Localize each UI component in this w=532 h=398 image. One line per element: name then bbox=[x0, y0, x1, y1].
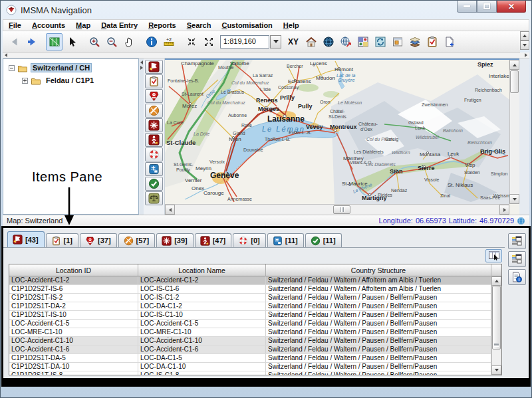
table-scroll-down-icon[interactable] bbox=[491, 365, 501, 375]
tab-completed[interactable]: [11] bbox=[305, 233, 342, 247]
tree-node[interactable]: Feldau / C1P1 bbox=[3, 74, 138, 86]
table-row[interactable]: C1P1D2S2T-IS-6LOC-IS-C1-6Switzerland / F… bbox=[9, 285, 491, 294]
items-list-button[interactable] bbox=[508, 251, 526, 267]
tab-victim[interactable]: [47] bbox=[195, 233, 232, 247]
info-button[interactable] bbox=[143, 33, 160, 50]
map-refresh-button[interactable] bbox=[372, 33, 388, 50]
table-row[interactable]: LOC-Accident-C1-10LOC-Accident-C1-10Swit… bbox=[9, 337, 491, 346]
menu-file[interactable]: File bbox=[3, 21, 27, 30]
column-header[interactable]: Country Structure bbox=[266, 264, 491, 276]
extent-in-button[interactable] bbox=[183, 33, 200, 50]
pointer-button[interactable] bbox=[63, 33, 80, 50]
tree-node-label[interactable]: Feldau / C1P1 bbox=[44, 76, 96, 85]
back-button[interactable] bbox=[6, 33, 23, 50]
zoom-out-button[interactable] bbox=[103, 33, 120, 50]
column-header[interactable]: Location ID bbox=[9, 264, 138, 276]
map-scroll-up-icon[interactable] bbox=[509, 60, 519, 70]
menu-reports[interactable]: Reports bbox=[143, 21, 182, 30]
extent-out-button[interactable] bbox=[200, 33, 217, 50]
table-vertical-scrollbar[interactable] bbox=[491, 276, 501, 375]
layers-button[interactable] bbox=[406, 33, 423, 50]
table-row[interactable]: C1P1D2S1T-DA-2LOC-DA-C1-2Switzerland / F… bbox=[9, 302, 491, 311]
lifebuoy-button[interactable] bbox=[145, 148, 163, 161]
table-row[interactable]: LOC-Accident-C1-6LOC-Accident-C1-6Switze… bbox=[9, 346, 491, 354]
map-select-button[interactable] bbox=[46, 33, 63, 50]
table-row[interactable]: C1P1D2S1T-DA-5LOC-DA-C1-5Switzerland / F… bbox=[9, 354, 491, 363]
table-row[interactable]: C1P1D2S1T-IS-10LOC-IS-C1-10Switzerland /… bbox=[9, 311, 491, 320]
completed-button[interactable] bbox=[145, 177, 163, 191]
minimize-button[interactable] bbox=[457, 1, 477, 13]
map-scroll-down-icon[interactable] bbox=[509, 194, 519, 204]
tab-hazard-reduction[interactable]: [57] bbox=[118, 233, 156, 247]
map-scroll-right-icon[interactable] bbox=[499, 205, 509, 215]
table-row[interactable]: C1P1D2S1T-DA-10LOC-DA-C1-10Switzerland /… bbox=[9, 363, 491, 371]
clipboard-button[interactable] bbox=[145, 74, 163, 88]
tree-plus-expander-icon[interactable] bbox=[22, 78, 28, 84]
globe-arrow-button[interactable] bbox=[337, 33, 354, 50]
hazard-reduction-button[interactable] bbox=[145, 104, 163, 118]
menu-accounts[interactable]: Accounts bbox=[27, 21, 70, 30]
column-chooser-button[interactable] bbox=[485, 249, 502, 262]
globe-button[interactable] bbox=[320, 33, 336, 50]
table-scroll-up-icon[interactable] bbox=[491, 276, 501, 286]
clipboard-check-button[interactable] bbox=[424, 33, 440, 50]
tree-node[interactable]: Switzerland / CH bbox=[3, 62, 138, 74]
items-list-button[interactable] bbox=[508, 233, 526, 249]
victim-button[interactable] bbox=[145, 133, 163, 147]
tab-explosion[interactable]: [39] bbox=[156, 233, 194, 247]
map-scale-value[interactable]: 1:819,160 bbox=[220, 35, 269, 49]
explosion-button[interactable] bbox=[145, 118, 163, 132]
menu-map[interactable]: Map bbox=[70, 21, 96, 30]
table-row[interactable]: C1P1D2S1T-IS-2LOC-IS-C1-2Switzerland / F… bbox=[9, 294, 491, 302]
map-scale-combo[interactable]: 1:819,160 bbox=[220, 35, 281, 49]
table-row[interactable]: LOC-Accident-C1-2LOC-Accident-C1-2Switze… bbox=[9, 276, 491, 285]
column-header[interactable]: Location Name bbox=[138, 264, 266, 276]
zoom-in-button[interactable] bbox=[86, 33, 102, 50]
tab-education[interactable]: [11] bbox=[267, 233, 304, 247]
measure-button[interactable]: +2 bbox=[160, 33, 177, 50]
scroll-down-icon[interactable] bbox=[520, 41, 529, 50]
maximize-button[interactable] bbox=[477, 1, 497, 13]
map-tiles-button[interactable] bbox=[354, 33, 371, 50]
split-divider[interactable] bbox=[139, 58, 144, 215]
map-vscroll-thumb[interactable] bbox=[510, 70, 519, 93]
menu-customisation[interactable]: Customisation bbox=[216, 21, 277, 30]
table-row[interactable]: LOC-Accident-C1-5LOC-Accident-C1-5Switze… bbox=[9, 320, 491, 328]
toolbar-scroll-strip[interactable] bbox=[3, 52, 529, 58]
expand-right-icon[interactable] bbox=[140, 66, 143, 70]
tab-lifebuoy[interactable]: [0] bbox=[233, 233, 265, 247]
menu-search[interactable]: Search bbox=[182, 21, 217, 30]
scroll-left-icon[interactable] bbox=[5, 53, 7, 57]
window-panel-button[interactable] bbox=[389, 33, 406, 50]
close-button[interactable]: ✕ bbox=[497, 1, 526, 13]
map-scale-dropdown-icon[interactable] bbox=[270, 35, 281, 49]
forward-button[interactable] bbox=[23, 33, 40, 50]
tab-accident[interactable]: [43] bbox=[7, 231, 45, 247]
doc-add-button[interactable] bbox=[441, 33, 458, 50]
tree-node-label[interactable]: Switzerland / CH bbox=[31, 63, 92, 72]
title-bar[interactable]: IMSMA Navigation ✕ bbox=[1, 1, 531, 19]
menu-help[interactable]: Help bbox=[278, 21, 305, 30]
collapse-left-icon[interactable] bbox=[140, 60, 143, 64]
table-row[interactable]: LOC-MRE-C1-10LOC-MRE-C1-10Switzerland / … bbox=[9, 328, 491, 337]
item-report-button[interactable]: i bbox=[508, 269, 526, 285]
map-vertical-scrollbar[interactable] bbox=[509, 60, 519, 204]
menu-data-entry[interactable]: Data Entry bbox=[96, 21, 143, 30]
education-button[interactable] bbox=[145, 162, 163, 176]
map-horizontal-scrollbar[interactable] bbox=[165, 204, 509, 215]
map-hscroll-thumb[interactable] bbox=[333, 205, 350, 214]
pan-button[interactable] bbox=[120, 33, 137, 50]
tab-hazard[interactable]: [37] bbox=[80, 233, 117, 247]
accident-button[interactable] bbox=[145, 60, 163, 74]
justice-button[interactable] bbox=[145, 191, 163, 205]
table-row[interactable]: C1P1D2S1T-IS-8LOC-IS-C1-8Switzerland / F… bbox=[9, 371, 491, 375]
hazard-button[interactable] bbox=[145, 89, 163, 103]
scroll-right-icon[interactable] bbox=[525, 53, 527, 57]
tab-clipboard[interactable]: [1] bbox=[46, 233, 78, 247]
home-button[interactable] bbox=[303, 33, 319, 50]
map-scroll-left-icon[interactable] bbox=[165, 205, 175, 215]
table-vscroll-thumb[interactable] bbox=[492, 286, 501, 349]
scroll-up-icon[interactable] bbox=[520, 31, 529, 41]
toolbar-overflow-scroll[interactable] bbox=[520, 31, 529, 52]
tree-minus-expander-icon[interactable] bbox=[9, 65, 15, 71]
